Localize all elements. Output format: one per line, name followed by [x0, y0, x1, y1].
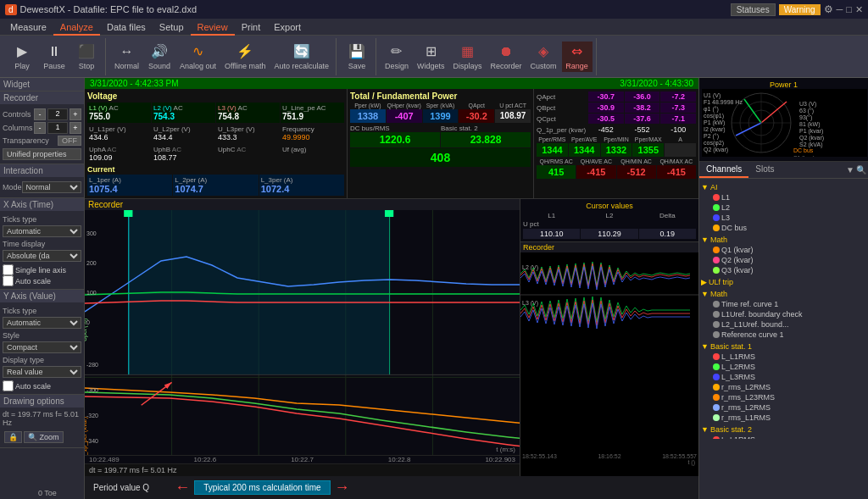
normal-button[interactable]: ↔ Normal [111, 42, 142, 72]
tree-q3[interactable]: Q3 (kvar) [701, 265, 866, 275]
filter-icon[interactable]: ▼ [846, 165, 854, 175]
close-button[interactable]: ✕ [855, 4, 863, 15]
tree-b1l1rms[interactable]: L_L1RMS [701, 352, 866, 362]
style-select[interactable]: Compact [3, 341, 81, 353]
dc-row: DC bus/RMS 1220.6 Basic stat. 2 23.828 [350, 125, 531, 147]
math-group-title[interactable]: ▼ Math [701, 235, 866, 245]
tree-l1[interactable]: L1 [701, 192, 866, 202]
tree-b1l3rms[interactable]: L_L3RMS [701, 372, 866, 382]
controls-plus[interactable]: + [70, 108, 81, 120]
tree-rrms-l23[interactable]: r_rms_L23RMS [701, 392, 866, 402]
ai-group-title[interactable]: ▼ AI [701, 182, 866, 192]
widget-title[interactable]: Widget [0, 78, 84, 91]
menu-analyze[interactable]: Analyze [53, 19, 100, 36]
offline-button[interactable]: ⚡ Offline math [221, 42, 269, 72]
menu-print[interactable]: Print [235, 19, 268, 36]
tree-rrms-l2[interactable]: r_rms_L2RMS [701, 382, 866, 392]
auto-scale-y-check[interactable] [3, 380, 14, 391]
tree-l2l1uref[interactable]: L2_L1Uref. bound... [701, 319, 866, 330]
x-axis-title[interactable]: X Axis (Time) [0, 198, 84, 211]
mode-select[interactable]: Normal [22, 181, 81, 193]
auto-scale-x-check[interactable] [3, 275, 14, 286]
stop-button[interactable]: ⬛ Stop [71, 42, 102, 72]
single-line-check[interactable] [3, 264, 14, 275]
display-type-select[interactable]: Real value [3, 366, 81, 378]
channels-tab[interactable]: Channels [699, 162, 748, 178]
slots-tab[interactable]: Slots [748, 162, 781, 178]
save-button[interactable]: 💾 Save [342, 42, 372, 72]
titlebar-left: d DewesoftX - Datafile: EPC file to eval… [5, 4, 197, 15]
svg-text:100: 100 [86, 290, 97, 296]
x-axis-content: Ticks type Automatic Time display Absolu… [0, 211, 84, 289]
widgets-button[interactable]: ⊞ Widgets [414, 42, 448, 72]
tree-b2l1[interactable]: L_L1RMS [701, 435, 866, 439]
menu-measure[interactable]: Measure [3, 19, 53, 36]
analog-button[interactable]: ∿ Analog out [176, 42, 220, 72]
play-button[interactable]: ▶ Play [7, 42, 37, 72]
q1pper-l2: -552 [625, 125, 660, 135]
transparency-toggle[interactable]: OFF [58, 136, 81, 146]
menu-review[interactable]: Review [191, 19, 235, 36]
svg-text:-300: -300 [86, 387, 98, 393]
main-recorder: Recorder [85, 199, 520, 476]
interaction-label: Interaction [3, 166, 43, 175]
math2-group-title[interactable]: ▼ Math [701, 289, 866, 299]
l3per-current: L_3per (A) 1072.4 [259, 175, 344, 196]
unified-properties-btn[interactable]: Unified properties [3, 148, 81, 160]
basic1-group-title[interactable]: ▼ Basic stat. 1 [701, 341, 866, 352]
y-axis-title[interactable]: Y Axis (Value) [0, 290, 84, 302]
qcpct-l1: -30.5 [588, 114, 624, 124]
tree-l2[interactable]: L2 [701, 202, 866, 213]
lock-button[interactable]: 🔒 [4, 431, 22, 443]
minimize-button[interactable]: ─ [837, 4, 843, 14]
ticks-select[interactable]: Automatic [3, 225, 81, 237]
recorder-button[interactable]: ⏺ Recorder [487, 42, 526, 72]
tree-rrms-l1[interactable]: r_rms_L1RMS [701, 413, 866, 423]
voltage-row2: U_L1per (V) 434.6 U_L2per (V) 434.4 U_L3… [87, 124, 344, 143]
warning-button[interactable]: Warning [779, 4, 821, 15]
controls-minus[interactable]: - [34, 108, 46, 120]
tree-l3[interactable]: L3 [701, 213, 866, 223]
custom-label: Custom [531, 62, 557, 70]
pause-button[interactable]: ⏸ Pause [39, 42, 70, 72]
tree-timeref[interactable]: Time ref. curve 1 [701, 299, 866, 309]
search-icon[interactable]: 🔍 [856, 165, 866, 175]
tree-l1uref[interactable]: L1Uref. boundary check [701, 309, 866, 319]
menu-datafiles[interactable]: Data files [100, 19, 153, 36]
pperrms-header: Pper/RMS [537, 136, 568, 142]
tree-q2[interactable]: Q2 (kvar) [701, 255, 866, 265]
time-t5: 10:22.903 [485, 456, 515, 463]
zoom-button[interactable]: 🔍 Zoom [24, 431, 64, 443]
range-button[interactable]: ⇔ Range [562, 42, 593, 72]
statuses-button[interactable]: Statuses [731, 3, 776, 16]
basic2-group-title[interactable]: ▼ Basic stat. 2 [701, 424, 866, 435]
tree-rrms-l2b[interactable]: r_rms_L2RMS [701, 402, 866, 413]
l3-cell: L3 (V) AC 754.8 [216, 103, 280, 123]
tree-refcurve[interactable]: Reference curve 1 [701, 330, 866, 340]
dc-label-cell: DC bus/RMS 1220.6 [350, 125, 440, 147]
custom-button[interactable]: ◈ Custom [527, 42, 560, 72]
design-button[interactable]: ✏ Design [381, 42, 412, 72]
gear-icon[interactable]: ⚙ [824, 3, 833, 15]
tree-b1l2rms[interactable]: L_L2RMS [701, 362, 866, 372]
columns-plus[interactable]: + [70, 122, 81, 134]
ulf-group-title[interactable]: ▶ ULf trip [701, 277, 866, 287]
qbpct-row: QBpct -30.9 -38.2 -7.3 [537, 103, 696, 113]
time-display-select[interactable]: Absolute (da [3, 250, 81, 262]
l2-dot [713, 204, 720, 211]
menu-setup[interactable]: Setup [153, 19, 191, 36]
chart-container[interactable]: 300 200 100 0 Upct (%) -280 -300 -320 -3… [85, 210, 520, 463]
sound-button[interactable]: 🔊 Sound [144, 42, 175, 72]
columns-minus[interactable]: - [34, 122, 46, 134]
tree-dcbus[interactable]: DC bus [701, 223, 866, 233]
maximize-button[interactable]: □ [846, 4, 852, 14]
auto-recalc-button[interactable]: 🔄 Auto recalculate [270, 42, 332, 72]
drawing-title[interactable]: Drawing options [0, 395, 84, 408]
interaction-title[interactable]: Interaction [0, 164, 84, 177]
menu-export[interactable]: Export [267, 19, 308, 36]
tree-q1[interactable]: Q1 (kvar) [701, 245, 866, 255]
ticks-type-select[interactable]: Automatic [3, 317, 81, 329]
recorder-sidebar-title[interactable]: Recorder [0, 91, 84, 104]
displays-button[interactable]: ▦ Displays [450, 42, 486, 72]
file-title: Datafile: EPC file to eval2.dxd [74, 4, 198, 14]
